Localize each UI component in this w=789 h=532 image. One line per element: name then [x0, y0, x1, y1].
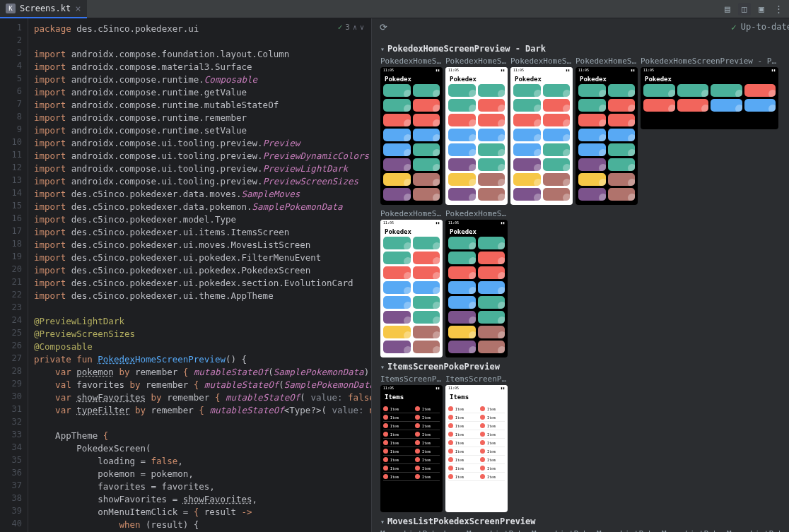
code-line[interactable]: package des.c5inco.pokedexer.ui — [34, 23, 371, 35]
code-line[interactable]: import androidx.compose.runtime.remember — [34, 112, 371, 124]
code-line[interactable]: import des.c5inco.pokedexer.ui.theme.App… — [34, 290, 371, 302]
code-line[interactable]: showFavorites = showFavorites, — [34, 493, 371, 506]
code-line[interactable]: import des.c5inco.pokedexer.ui.pokedex.P… — [34, 264, 371, 277]
file-tab[interactable]: K Screens.kt × — [0, 0, 87, 18]
design-view-icon[interactable]: ▣ — [755, 3, 768, 16]
inspection-count: 3 — [345, 23, 350, 32]
preview-label: MovesListPokedexScreenPreview — [380, 529, 464, 532]
split-view-icon[interactable]: ◫ — [738, 3, 751, 16]
preview-mock[interactable]: 11:05▮▮ Items ItemItemItemItemItemItemIt… — [380, 385, 443, 512]
preview-mock[interactable]: 11:05▮▮ Pokedex — [575, 67, 638, 205]
line-number: 36 — [0, 468, 28, 480]
code-line[interactable]: loading = false, — [34, 455, 371, 468]
code-line[interactable]: PokedexScreen( — [34, 442, 371, 455]
code-line[interactable]: import androidx.compose.runtime.getValue — [34, 86, 371, 99]
preview-item[interactable]: ItemsScreenPokePrevi... 11:05▮▮ Items It… — [380, 374, 443, 512]
code-line[interactable]: import des.c5inco.pokedexer.ui.moves.Mov… — [34, 239, 371, 252]
chevron-down-icon: ▾ — [380, 45, 385, 53]
code-line[interactable]: var typeFilter by remember { mutableStat… — [34, 404, 371, 417]
code-line[interactable]: import androidx.compose.material3.Surfac… — [34, 61, 371, 73]
preview-mock[interactable]: 11:05▮▮ Pokedex — [445, 67, 508, 205]
code-line[interactable]: import des.c5inco.pokedexer.model.Type — [34, 213, 371, 226]
editor-pane: ✓ 3 ∧ ∨ 12345678910111213141516171819202… — [0, 18, 371, 532]
line-number: 12 — [0, 162, 28, 175]
code-line[interactable] — [34, 302, 371, 315]
preview-item[interactable]: PokedexHomeScreenPreview - Phone - Lands… — [641, 57, 778, 205]
preview-mock[interactable]: 11:05▮▮ Items ItemItemItemItemItemItemIt… — [445, 385, 508, 512]
close-tab-icon[interactable]: × — [75, 3, 81, 14]
code-line[interactable]: pokemon = pokemon, — [34, 468, 371, 480]
preview-body[interactable]: ▾PokedexHomeScreenPreview - DarkPokedexH… — [372, 35, 789, 532]
gutter: 1234567891011121314151617181920212223242… — [0, 18, 28, 532]
preview-row: PokedexHomeScreenP... 11:05▮▮ Pokedex Po… — [380, 209, 789, 357]
preview-group-header[interactable]: ▾PokedexHomeScreenPreview - Dark — [380, 44, 789, 54]
preview-mock[interactable]: 11:05▮▮ Pokedex — [445, 220, 508, 357]
code-line[interactable]: import androidx.compose.runtime.setValue — [34, 124, 371, 137]
preview-item[interactable]: MovesListPokedexScr... — [727, 529, 789, 532]
code-line[interactable]: import des.c5inco.pokedexer.ui.pokedex.s… — [34, 277, 371, 290]
preview-group-title: MovesListPokedexScreenPreview — [387, 516, 536, 526]
code-line[interactable]: var showFavorites by remember { mutableS… — [34, 391, 371, 404]
preview-item[interactable]: PokedexHomeScreenP... 11:05▮▮ Pokedex — [575, 57, 638, 205]
line-number: 9 — [0, 124, 28, 137]
preview-item[interactable]: MovesListPokedexScr... — [467, 529, 529, 532]
preview-group-header[interactable]: ▾ItemsScreenPokePreview — [380, 362, 789, 372]
preview-item[interactable]: MovesListPokedexScr... — [597, 529, 659, 532]
code-line[interactable]: import androidx.compose.runtime.mutableS… — [34, 99, 371, 112]
preview-item[interactable]: PokedexHomeScreenP... 11:05▮▮ Pokedex — [510, 57, 573, 205]
preview-mock[interactable]: 11:05▮▮ Pokedex — [380, 220, 443, 357]
code-line[interactable]: @Composable — [34, 341, 371, 353]
code-line[interactable]: private fun PokedexHomeScreenPreview() { — [34, 353, 371, 366]
code-line[interactable]: val favorites by remember { mutableState… — [34, 379, 371, 391]
line-number: 29 — [0, 379, 28, 391]
code-line[interactable]: import androidx.compose.ui.tooling.previ… — [34, 150, 371, 162]
preview-group-title: ItemsScreenPokePreview — [387, 362, 500, 372]
line-number: 38 — [0, 493, 28, 506]
code-area[interactable]: package des.c5inco.pokedexer.uiimport an… — [28, 18, 371, 532]
code-line[interactable]: import androidx.compose.ui.tooling.previ… — [34, 137, 371, 150]
prev-problem-icon[interactable]: ∧ — [353, 23, 357, 31]
code-line[interactable]: import androidx.compose.foundation.layou… — [34, 48, 371, 61]
preview-item[interactable]: PokedexHomeScreenP... 11:05▮▮ Pokedex — [445, 209, 508, 357]
code-line[interactable]: onMenuItemClick = { result -> — [34, 506, 371, 519]
code-line[interactable]: var pokemon by remember { mutableStateOf… — [34, 366, 371, 379]
code-line[interactable]: when (result) { — [34, 519, 371, 531]
preview-mock[interactable]: 11:05▮▮ Pokedex — [641, 67, 778, 129]
code-line[interactable]: favorites = favorites, — [34, 480, 371, 493]
preview-item[interactable]: PokedexHomeScreenP... 11:05▮▮ Pokedex — [445, 57, 508, 205]
code-line[interactable]: import des.c5inco.pokedexer.data.pokemon… — [34, 201, 371, 213]
line-number: 33 — [0, 430, 28, 442]
code-line[interactable]: import androidx.compose.runtime.Composab… — [34, 73, 371, 86]
code-line[interactable]: import androidx.compose.ui.tooling.previ… — [34, 162, 371, 175]
preview-status-text: Up-to-date — [741, 22, 789, 32]
refresh-preview-icon[interactable]: ⟳ — [378, 21, 389, 32]
preview-mock[interactable]: 11:05▮▮ Pokedex — [510, 67, 573, 205]
next-problem-icon[interactable]: ∨ — [360, 23, 364, 31]
code-line[interactable]: @PreviewScreenSizes — [34, 328, 371, 341]
code-line[interactable] — [34, 35, 371, 48]
code-line[interactable] — [34, 417, 371, 430]
code-line[interactable]: import des.c5inco.pokedexer.ui.pokedex.F… — [34, 252, 371, 264]
preview-group-header[interactable]: ▾MovesListPokedexScreenPreview — [380, 516, 789, 526]
preview-item[interactable]: MovesListPokedexScr... — [662, 529, 724, 532]
code-line[interactable]: import androidx.compose.ui.tooling.previ… — [34, 175, 371, 188]
preview-item[interactable]: MovesListPokedexScr... — [532, 529, 594, 532]
code-line[interactable]: import des.c5inco.pokedexer.ui.items.Ite… — [34, 226, 371, 239]
code-line[interactable]: AppTheme { — [34, 430, 371, 442]
preview-group-title: PokedexHomeScreenPreview - Dark — [387, 44, 546, 54]
preview-item[interactable]: ItemsScreenPokePrevi... 11:05▮▮ Items It… — [445, 374, 508, 512]
preview-item[interactable]: PokedexHomeScreenP... 11:05▮▮ Pokedex — [380, 57, 443, 205]
preview-item[interactable]: PokedexHomeScreenP... 11:05▮▮ Pokedex — [380, 209, 443, 357]
preview-mock[interactable]: 11:05▮▮ Pokedex — [380, 67, 443, 205]
code-line[interactable]: @PreviewLightDark — [34, 315, 371, 328]
more-options-icon[interactable]: ⋮ — [772, 3, 785, 16]
inspections-widget[interactable]: ✓ 3 ∧ ∨ — [338, 23, 364, 32]
code-line[interactable]: import des.c5inco.pokedexer.data.moves.S… — [34, 188, 371, 201]
preview-label: PokedexHomeScreenP... — [510, 57, 573, 66]
line-number: 11 — [0, 150, 28, 162]
preview-item[interactable]: MovesListPokedexScreenPreview — [380, 529, 464, 532]
line-number: 18 — [0, 239, 28, 252]
line-number: 14 — [0, 188, 28, 201]
code-view-icon[interactable]: ▤ — [721, 3, 734, 16]
preview-label: PokedexHomeScreenP... — [445, 209, 508, 218]
